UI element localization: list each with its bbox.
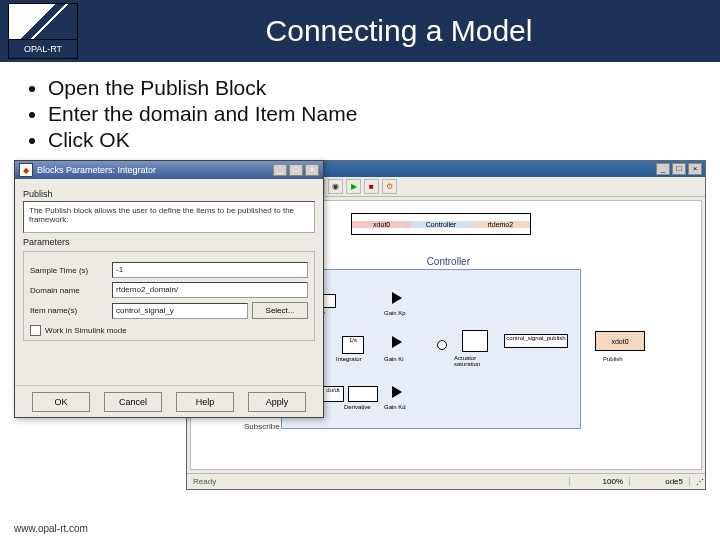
gain-kd-block[interactable] bbox=[392, 386, 402, 398]
bullet-list: Open the Publish Block Enter the domain … bbox=[0, 62, 720, 160]
status-ready: Ready bbox=[187, 477, 569, 486]
dialog-body: Publish The Publish block allows the use… bbox=[15, 179, 323, 385]
status-mode: ode5 bbox=[629, 477, 689, 486]
bullet-item: Click OK bbox=[48, 128, 700, 152]
block-segment: xdot0 bbox=[352, 221, 411, 228]
integrator-label: Integrator bbox=[336, 356, 362, 362]
opal-rt-logo: OPAL-RT bbox=[8, 3, 78, 59]
logo-text: OPAL-RT bbox=[9, 40, 77, 58]
controller-label: Controller bbox=[427, 256, 470, 267]
params-group-label: Parameters bbox=[23, 237, 315, 247]
params-group: Sample Time (s) -1 Domain name rtdemo2_d… bbox=[23, 251, 315, 341]
gain-kp-label: Gain Kp bbox=[384, 310, 406, 316]
bullet-item: Open the Publish Block bbox=[48, 76, 700, 100]
gain-kd-label: Gain Kd bbox=[384, 404, 406, 410]
top-block[interactable]: xdot0 Controller rtdemo2 bbox=[351, 213, 531, 235]
maximize-icon[interactable]: □ bbox=[289, 164, 303, 176]
item-label: Item name(s) bbox=[30, 306, 108, 315]
minimize-icon[interactable]: _ bbox=[273, 164, 287, 176]
close-icon[interactable]: × bbox=[305, 164, 319, 176]
domain-label: Domain name bbox=[30, 286, 108, 295]
output-block[interactable]: xdot0 bbox=[595, 331, 645, 351]
bullet-item: Enter the domain and Item Name bbox=[48, 102, 700, 126]
actuator-label: Actuator saturation bbox=[454, 355, 498, 367]
publish-description: The Publish block allows the user to def… bbox=[23, 201, 315, 233]
block-params-dialog: ◆ Blocks Parameters: Integrator _ □ × Pu… bbox=[14, 160, 324, 418]
simulink-mode-checkbox[interactable]: Work in Simulink mode bbox=[30, 325, 308, 336]
publish-item-block[interactable]: control_signal_publish bbox=[504, 334, 568, 348]
domain-field[interactable]: rtdemo2_domain/ bbox=[112, 282, 308, 298]
cancel-button[interactable]: Cancel bbox=[104, 392, 162, 412]
select-button[interactable]: Select... bbox=[252, 302, 308, 319]
checkbox-icon[interactable] bbox=[30, 325, 41, 336]
footer-url: www.opal-rt.com bbox=[14, 523, 88, 534]
sum2-block[interactable] bbox=[437, 340, 447, 350]
status-zoom: 100% bbox=[569, 477, 629, 486]
gain-ki-label: Gain Ki bbox=[384, 356, 404, 362]
dialog-title: Blocks Parameters: Integrator bbox=[37, 165, 156, 175]
item-field[interactable]: control_signal_y bbox=[112, 303, 248, 319]
screenshot-area: _ □ × Normal ▣ ▤ ◧ ◨ ◉ ▶ ■ ⚙ xdot0 Contr… bbox=[14, 160, 706, 498]
toolbar-icon[interactable]: ◉ bbox=[328, 179, 343, 194]
status-resize-icon[interactable]: ⋰ bbox=[689, 477, 705, 486]
ok-button[interactable]: OK bbox=[32, 392, 90, 412]
controller-subsystem[interactable]: Controller Error Gain Kp 1/s Integrator … bbox=[281, 269, 581, 429]
gain-kp-block[interactable] bbox=[392, 292, 402, 304]
sample-time-label: Sample Time (s) bbox=[30, 266, 108, 275]
maximize-icon[interactable]: □ bbox=[672, 163, 686, 175]
stop-icon[interactable]: ■ bbox=[364, 179, 379, 194]
sim-statusbar: Ready 100% ode5 ⋰ bbox=[187, 473, 705, 489]
deriv-block[interactable]: du/dt bbox=[322, 386, 344, 402]
dialog-button-row: OK Cancel Help Apply bbox=[15, 385, 323, 417]
deriv-fn-block[interactable] bbox=[348, 386, 378, 402]
dialog-titlebar: ◆ Blocks Parameters: Integrator _ □ × bbox=[15, 161, 323, 179]
slide-title: Connecting a Model bbox=[78, 14, 720, 48]
play-icon[interactable]: ▶ bbox=[346, 179, 361, 194]
actuator-block[interactable] bbox=[462, 330, 488, 352]
integrator-block[interactable]: 1/s bbox=[342, 336, 364, 354]
publish-label: Publish bbox=[603, 356, 623, 362]
subscribe-label: Subscribe bbox=[244, 422, 280, 431]
block-segment: rtdemo2 bbox=[471, 221, 530, 228]
deriv-label: Derivative bbox=[344, 404, 371, 410]
slide-header: OPAL-RT Connecting a Model bbox=[0, 0, 720, 62]
minimize-icon[interactable]: _ bbox=[656, 163, 670, 175]
help-button[interactable]: Help bbox=[176, 392, 234, 412]
publish-group-label: Publish bbox=[23, 189, 315, 199]
build-icon[interactable]: ⚙ bbox=[382, 179, 397, 194]
sample-time-field[interactable]: -1 bbox=[112, 262, 308, 278]
apply-button[interactable]: Apply bbox=[248, 392, 306, 412]
gain-ki-block[interactable] bbox=[392, 336, 402, 348]
checkbox-label: Work in Simulink mode bbox=[45, 326, 127, 335]
app-icon: ◆ bbox=[19, 163, 33, 177]
close-icon[interactable]: × bbox=[688, 163, 702, 175]
block-segment: Controller bbox=[411, 221, 470, 228]
